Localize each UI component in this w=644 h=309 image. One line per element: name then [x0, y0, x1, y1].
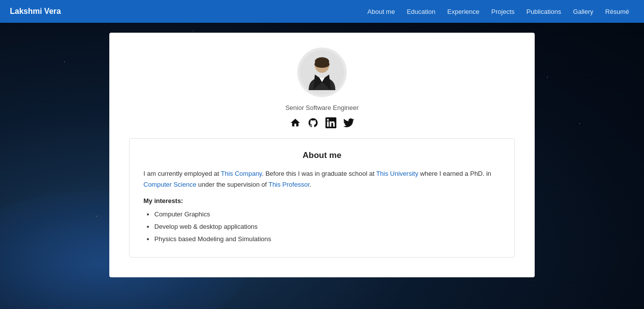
- twitter-icon[interactable]: [343, 117, 354, 128]
- home-icon[interactable]: [290, 117, 301, 128]
- linkedin-icon[interactable]: [325, 117, 336, 128]
- github-icon[interactable]: [308, 117, 319, 128]
- nav-link-education[interactable]: Education: [402, 6, 440, 17]
- nav-link-publications[interactable]: Publications: [521, 6, 566, 17]
- interests-list: Computer GraphicsDevelop web & desktop a…: [143, 208, 501, 245]
- bio-prefix: I am currently employed at: [143, 170, 221, 177]
- bio-mid1: . Before this I was in graduate school a…: [262, 170, 376, 177]
- company-link[interactable]: This Company: [221, 170, 262, 177]
- nav-links: About meEducationExperienceProjectsPubli…: [363, 6, 634, 17]
- profile-title: Senior Software Engineer: [285, 104, 359, 111]
- about-bio: I am currently employed at This Company.…: [143, 168, 501, 190]
- avatar-svg: [300, 50, 344, 95]
- content-card: Senior Software Engineer: [109, 33, 535, 277]
- interest-item: Physics based Modeling and Simulations: [154, 233, 501, 246]
- bio-suffix: under the supervision of: [196, 181, 269, 188]
- avatar: [297, 48, 347, 97]
- social-icons: [290, 117, 354, 128]
- nav-link-about-me[interactable]: About me: [363, 6, 400, 17]
- bio-end: .: [310, 181, 312, 188]
- nav-link-gallery[interactable]: Gallery: [568, 6, 598, 17]
- interest-item: Computer Graphics: [154, 208, 501, 221]
- svg-point-3: [315, 61, 330, 68]
- nav-link-r-sum-[interactable]: Résumé: [600, 6, 634, 17]
- avatar-section: Senior Software Engineer: [129, 48, 515, 128]
- nav-link-projects[interactable]: Projects: [486, 6, 519, 17]
- bio-mid2: where I earned a PhD. in: [418, 170, 491, 177]
- field-link[interactable]: Computer Science: [143, 181, 196, 188]
- navbar: Lakshmi Vera About meEducationExperience…: [0, 0, 644, 23]
- nav-link-experience[interactable]: Experience: [442, 6, 484, 17]
- about-section: About me I am currently employed at This…: [129, 138, 515, 258]
- professor-link[interactable]: This Professor: [269, 181, 310, 188]
- main-content: Senior Software Engineer: [0, 33, 644, 277]
- interest-item: Develop web & desktop applications: [154, 221, 501, 233]
- university-link[interactable]: This University: [376, 170, 418, 177]
- site-brand[interactable]: Lakshmi Vera: [10, 7, 61, 16]
- interests-label: My interests:: [143, 197, 501, 205]
- about-heading: About me: [143, 151, 501, 160]
